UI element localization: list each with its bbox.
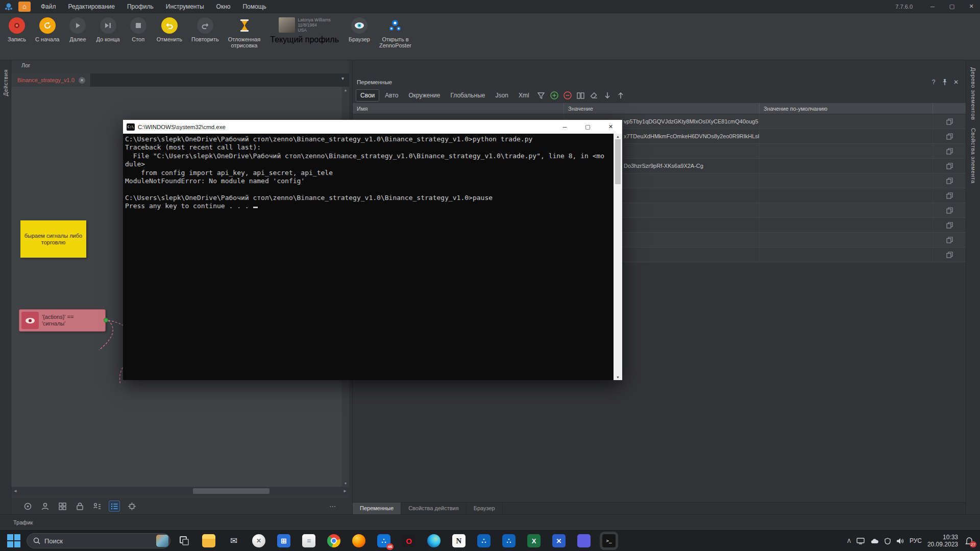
copy-value-icon[interactable] [933,247,966,262]
node-output-port[interactable] [104,318,108,322]
aim-tool-icon[interactable] [22,501,33,511]
tab-json[interactable]: Json [491,89,513,102]
restart-button[interactable]: С начала [31,16,64,43]
project-tab[interactable]: Binance_strategy_v1.0 ✕ [11,73,91,87]
security-tray-icon[interactable] [885,538,891,544]
taskbar-app-file-explorer[interactable] [202,534,215,547]
tab-xml[interactable]: Xml [514,89,534,102]
menu-window[interactable]: Окно [211,1,236,12]
task-view-button[interactable] [178,534,191,547]
bottom-tab-variables[interactable]: Переменные [353,503,401,514]
copy-value-icon[interactable] [933,188,966,203]
expand-tool-icon[interactable] [127,501,137,511]
eraser-icon[interactable] [588,90,600,101]
cmd-maximize-button[interactable]: ▢ [576,120,599,134]
columns-icon[interactable] [575,90,587,101]
variable-default-cell[interactable] [759,173,933,188]
help-icon[interactable]: ? [928,79,939,86]
window-close-button[interactable]: ✕ [963,1,980,13]
current-profile-button[interactable]: Latonya Williams 11/8/1984 USA Текущий п… [265,16,344,45]
copy-value-icon[interactable] [933,173,966,188]
copy-value-icon[interactable] [933,159,966,173]
profile-tool-icon[interactable] [40,501,50,511]
cmd-title-bar[interactable]: C:\ C:\WINDOWS\system32\cmd.exe ─ ▢ ✕ [123,120,622,134]
stop-button[interactable]: Стоп [125,16,152,43]
more-tools-icon[interactable]: ⋯ [329,503,344,510]
cmd-scroll-thumb[interactable] [615,139,621,184]
bottom-tab-action-properties[interactable]: Свойства действия [401,503,467,514]
taskbar-app-excel[interactable]: X [527,534,541,547]
undo-button[interactable]: Отменить [152,16,187,43]
variable-default-cell[interactable] [759,144,933,158]
play-to-end-button[interactable]: До конца [91,16,124,43]
taskbar-app-violet-app[interactable] [577,534,591,547]
taskbar-clock[interactable]: 10:33 20.09.2023 [927,534,958,548]
taskbar-app-zennoposter[interactable]: ∴ [502,534,516,547]
variable-default-cell[interactable] [759,129,933,143]
menu-edit[interactable]: Редактирование [63,1,120,12]
variable-default-cell[interactable] [759,218,933,232]
redo-button[interactable]: Повторить [187,16,224,43]
element-properties-dock-tab[interactable]: Свойства элемента [970,128,976,184]
variable-default-cell[interactable] [759,159,933,173]
taskbar-app-zennodroid[interactable]: ∴ [477,534,491,547]
taskbar-app-notion[interactable]: N [452,534,465,547]
taskbar-app-projectmaker[interactable]: ∴46 [377,534,390,547]
profiles-tree-tool-icon[interactable] [92,501,102,511]
panel-close-icon[interactable]: ✕ [950,79,962,86]
start-button[interactable] [6,533,21,548]
actions-dock-tab[interactable]: Действия [3,69,9,96]
menu-profile[interactable]: Профиль [122,1,159,12]
cmd-console-output[interactable]: C:\Users\slepk\OneDrive\Рабочий стол\zen… [123,134,614,380]
menu-file[interactable]: Файл [36,1,61,12]
move-down-icon[interactable] [601,90,614,101]
tab-close-icon[interactable]: ✕ [79,77,85,84]
remove-variable-icon[interactable] [561,90,574,101]
log-panel-label[interactable]: Лог [11,60,349,71]
copy-value-icon[interactable] [933,114,966,129]
scroll-down-icon[interactable]: ▼ [344,482,348,485]
taskbar-app-opera[interactable]: O [402,534,415,547]
tab-own[interactable]: Свои [356,89,379,102]
deferred-render-button[interactable]: Отложенная отрисовка [224,16,265,49]
move-up-icon[interactable] [615,90,627,101]
if-action-node[interactable]: '{actions}' == 'сигналы' [19,309,106,332]
hidden-icons-chevron[interactable]: ᐱ [847,538,851,544]
window-minimize-button[interactable]: ─ [924,1,941,13]
add-variable-icon[interactable] [548,90,560,101]
traffic-panel-label[interactable]: Трафик [0,514,980,530]
window-maximize-button[interactable]: ▢ [943,1,961,13]
search-highlight-image[interactable] [156,535,168,547]
cmd-scroll-down-icon[interactable]: ▼ [616,375,620,379]
open-in-zennoposter-button[interactable]: Открыть в ZennoPoster [375,16,416,49]
scroll-left-icon[interactable]: ◄ [11,489,19,493]
lock-tool-icon[interactable] [75,501,85,511]
scroll-up-icon[interactable]: ▲ [344,88,348,92]
copy-value-icon[interactable] [933,203,966,217]
taskbar-app-cmd[interactable]: >_ [602,534,616,547]
taskbar-app-firefox[interactable] [352,534,365,547]
display-tray-icon[interactable] [856,538,865,544]
taskbar-app-blue-app[interactable]: ✕ [552,534,566,547]
pin-icon[interactable] [939,79,950,86]
grid-tool-icon[interactable] [57,501,67,511]
copy-value-icon[interactable] [933,233,966,247]
column-value[interactable]: Значение [564,103,759,114]
language-indicator[interactable]: РУС [910,537,922,544]
scroll-right-icon[interactable]: ► [341,489,349,493]
variable-default-cell[interactable] [759,233,933,247]
bottom-tab-browser[interactable]: Браузер [467,503,503,514]
column-default[interactable]: Значение по-умолчанию [759,103,933,114]
variable-default-cell[interactable] [759,114,933,129]
column-name[interactable]: Имя [353,103,564,114]
tab-auto[interactable]: Авто [380,89,403,102]
copy-value-icon[interactable] [933,144,966,158]
copy-value-icon[interactable] [933,218,966,232]
horizontal-scroll-thumb[interactable] [193,488,270,494]
variable-default-cell[interactable] [759,203,933,217]
elements-tree-dock-tab[interactable]: Дерево элементов [970,67,976,120]
list-view-tool-icon[interactable] [109,501,119,511]
menu-help[interactable]: Помощь [237,1,271,12]
sticky-note[interactable]: быраем сигналы либо торговлю [20,220,86,258]
tab-global[interactable]: Глобальные [446,89,489,102]
